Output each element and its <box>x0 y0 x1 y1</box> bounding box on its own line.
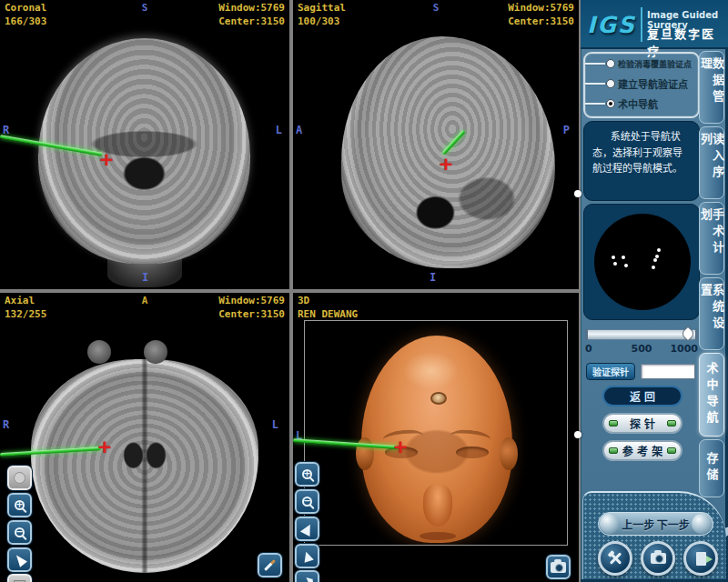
axial-mri-image[interactable] <box>31 359 258 573</box>
pencil-icon <box>264 559 276 571</box>
probe-value-input[interactable] <box>641 364 695 379</box>
reference-frame-button-label: 参 考 架 <box>618 443 667 458</box>
slider-thumb[interactable] <box>681 326 696 342</box>
slice-counter: 166/303 <box>5 15 46 27</box>
threed-header: 3D REN DEWANG <box>298 295 574 322</box>
slider-scale: 0 500 1000 <box>585 343 698 354</box>
window-value: Window:5769 <box>218 295 285 306</box>
camera-icon <box>551 562 566 573</box>
igs-application: Coronal S Window:5769 166/303 Center:315… <box>0 0 728 582</box>
zoom-out-button[interactable] <box>7 520 32 545</box>
status-message-panel: 系统处于导航状态，选择利于观察导航过程的导航模式。 <box>583 121 700 201</box>
shape-tool-button[interactable] <box>7 466 32 490</box>
pane-resize-handle-top[interactable] <box>574 190 581 197</box>
radio-button-selected[interactable] <box>606 99 615 108</box>
viewport-title: 3D <box>298 295 309 306</box>
exit-button[interactable] <box>683 541 718 576</box>
head-mouth <box>420 532 456 540</box>
cone-rotate-icon <box>299 521 314 536</box>
connector-line <box>585 63 605 65</box>
coronal-viewport[interactable]: Coronal S Window:5769 166/303 Center:315… <box>0 0 289 289</box>
head-brow-right <box>450 428 490 447</box>
tracker-marker-dot <box>655 255 659 258</box>
tab-storage[interactable]: 存储 <box>699 439 724 497</box>
rotate-arrow-icon <box>299 575 315 582</box>
status-led-icon <box>609 447 618 454</box>
next-step-button[interactable]: 下一步 <box>657 517 690 532</box>
connector-line <box>585 103 605 105</box>
zoom-in-icon <box>302 469 312 479</box>
tracker-marker-dot <box>653 258 657 262</box>
step-label: 检验消毒覆盖验证点 <box>618 58 692 70</box>
zoom-out-button[interactable] <box>295 489 319 514</box>
connector-line <box>585 83 605 85</box>
threed-head-render <box>361 336 512 543</box>
sagittal-viewport[interactable]: Sagittal S Window:5769 100/303 Center:31… <box>293 0 579 289</box>
reference-frame-toggle-button[interactable]: 参 考 架 <box>602 440 682 461</box>
tab-data-management[interactable]: 数据管理 <box>699 51 724 124</box>
capsule-sphere-right <box>692 514 712 534</box>
clip-plane-tool-button[interactable] <box>295 544 319 568</box>
tracker-marker-dot <box>613 262 617 266</box>
tab-surgery-plan[interactable]: 手术计划 <box>699 202 724 275</box>
step-navigation-bar: 上一步 下一步 <box>598 512 713 536</box>
zoom-in-button[interactable] <box>295 462 319 487</box>
screenshot-button[interactable] <box>641 541 675 576</box>
orientation-right-label: P <box>563 124 570 136</box>
step-label: 建立导航验证点 <box>618 76 688 91</box>
status-message: 系统处于导航状态，选择利于观察导航过程的导航模式。 <box>592 129 691 177</box>
clip-plane-icon <box>301 550 314 563</box>
tracker-marker-dot <box>612 256 615 259</box>
step-label: 术中导航 <box>618 96 658 111</box>
orientation-left-label: R <box>3 124 9 136</box>
notes-tool-button[interactable] <box>7 574 32 582</box>
return-button[interactable]: 返 回 <box>602 386 682 406</box>
threed-render-frame[interactable] <box>304 320 568 546</box>
threshold-slider[interactable] <box>585 329 698 340</box>
app-logo: IGS Image Guided Surgery 复旦数字医疗 <box>581 0 728 49</box>
eye-anatomy-right <box>144 340 167 364</box>
workflow-steps-panel: 检验消毒覆盖验证点 建立导航验证点 术中导航 <box>583 52 700 118</box>
navigation-footer: 上一步 下一步 <box>582 491 726 579</box>
tracker-display <box>594 214 691 310</box>
orbit-tool-button[interactable] <box>295 570 319 582</box>
slider-tick-mid: 500 <box>632 343 652 355</box>
rotate-3d-tool-button[interactable] <box>295 517 319 541</box>
zoom-in-button[interactable] <box>7 493 32 517</box>
exit-door-icon <box>696 552 706 566</box>
control-sidebar: IGS Image Guided Surgery 复旦数字医疗 检验消毒覆盖验证… <box>581 0 728 582</box>
probe-toggle-button[interactable]: 探 针 <box>602 413 682 434</box>
tools-button[interactable] <box>598 541 632 576</box>
orientation-right-label: L <box>272 418 278 431</box>
radio-button[interactable] <box>606 79 615 88</box>
tab-intraop-navigation[interactable]: 术中导航 <box>699 353 724 436</box>
orientation-left-label: R <box>3 418 9 431</box>
module-tab-column: 数据管理 读入序列 手术计划 系统设置 术中导航 存储 <box>699 51 725 478</box>
center-value: Center:3150 <box>218 308 285 320</box>
workflow-step-navigation[interactable]: 术中导航 <box>585 94 698 114</box>
tab-system-settings[interactable]: 系统设置 <box>699 277 724 350</box>
measure-tool-button[interactable] <box>258 553 282 577</box>
orientation-bottom-label: I <box>142 271 148 284</box>
workflow-step-verify-points[interactable]: 检验消毒覆盖验证点 <box>585 54 698 74</box>
fiducial-marker <box>430 392 447 405</box>
pointer-tool-button[interactable] <box>7 547 32 572</box>
previous-step-button[interactable]: 上一步 <box>622 517 654 532</box>
axial-viewport[interactable]: Axial A Window:5769 132/255 Center:3150 … <box>0 293 289 582</box>
crosshair-marker <box>97 436 113 457</box>
verify-probe-button[interactable]: 验证探针 <box>586 363 635 380</box>
tab-read-sequence[interactable]: 读入序列 <box>699 126 724 199</box>
logo-abbreviation: IGS <box>587 12 636 38</box>
radio-button[interactable] <box>606 59 615 68</box>
camera-icon <box>651 553 666 564</box>
threed-viewport[interactable]: 3D REN DEWANG L <box>293 293 579 582</box>
snapshot-button[interactable] <box>546 555 571 579</box>
pane-resize-handle-bottom[interactable] <box>574 431 581 438</box>
orientation-right-label: L <box>276 124 282 136</box>
center-value: Center:3150 <box>508 15 574 27</box>
workflow-step-create-points[interactable]: 建立导航验证点 <box>585 74 698 94</box>
status-led-icon <box>609 420 618 426</box>
status-led-icon <box>667 447 676 454</box>
head-eye-right <box>456 447 489 458</box>
coronal-mri-image[interactable] <box>38 38 250 264</box>
